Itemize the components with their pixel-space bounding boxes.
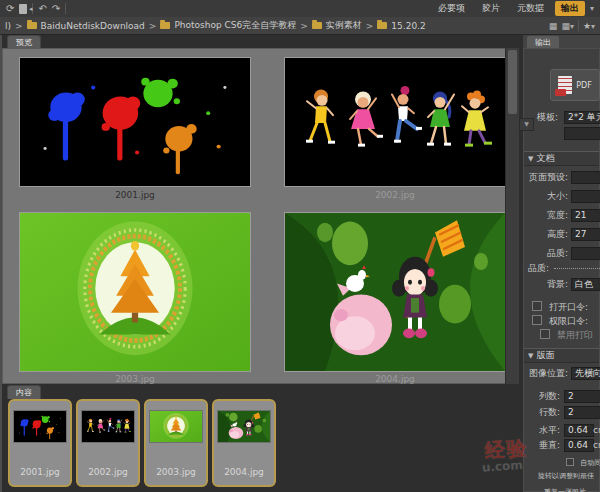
pdf-output-button[interactable]: PDF	[550, 69, 600, 101]
background-dropdown[interactable]: 白色	[571, 278, 600, 291]
preview-image-2001[interactable]	[19, 57, 251, 187]
preview-filename: 2004.jpg	[284, 374, 506, 384]
thumbnail	[149, 410, 203, 443]
horizontal-label: 水平:	[524, 424, 560, 437]
breadcrumb-separator: >	[366, 21, 374, 31]
size-dropdown[interactable]	[571, 190, 600, 203]
preview-filename: 2003.jpg	[19, 374, 251, 384]
dancers-artwork	[285, 58, 505, 186]
breadcrumb-separator: >	[15, 21, 23, 31]
width-field[interactable]: 21	[571, 209, 600, 222]
breadcrumb-right-tools: ▦ ▦▾ ★▾	[549, 20, 595, 31]
thumbnail-grid-icon[interactable]: ▦	[549, 21, 558, 31]
christmas-tree-artwork	[20, 213, 250, 371]
folder-icon	[27, 22, 37, 29]
tab-content[interactable]: 内容	[7, 385, 41, 399]
output-body: PDF 模板: 2*2 单元格 ▼文档 页面预设: 大小: 宽度:	[523, 48, 600, 492]
section-layout[interactable]: ▼版面	[524, 348, 599, 363]
disable-print-checkbox[interactable]	[540, 329, 550, 339]
columns-field[interactable]: 2	[564, 390, 600, 403]
folder-icon	[312, 22, 322, 29]
breadcrumb-item[interactable]: BaiduNetdiskDownload	[41, 21, 145, 31]
preview-image-2003[interactable]	[19, 212, 251, 372]
breadcrumb: l) > BaiduNetdiskDownload > Photoshop CS…	[0, 17, 600, 35]
boomerang-refresh-icon[interactable]: ⟳	[6, 1, 14, 17]
girl-and-pig-artwork	[285, 213, 505, 371]
quality-slider[interactable]	[554, 268, 600, 269]
star-rating-icon[interactable]: ★▾	[583, 21, 595, 31]
horizontal-field[interactable]: 0.64	[564, 424, 594, 437]
preview-filename: 2001.jpg	[19, 190, 251, 200]
quality-label: 品质:	[524, 247, 568, 260]
rotate-fit-label: 旋转以调整到最佳	[538, 472, 594, 480]
pdf-button-label: PDF	[576, 81, 592, 90]
thumbnail	[81, 410, 135, 443]
size-label: 大小:	[524, 190, 568, 203]
quality-dropdown[interactable]	[571, 247, 600, 260]
content-panel: 内容 2001.jpg 2002.jpg 2003.jpg 2004.jpg	[2, 385, 519, 492]
image-placement-label: 图像位置:	[524, 367, 568, 380]
tab-preview[interactable]: 预览	[7, 35, 41, 49]
content-filename: 2001.jpg	[20, 467, 60, 477]
template-dropdown[interactable]: 2*2 单元格	[564, 111, 600, 124]
background-label: 背景:	[524, 278, 568, 291]
section-document[interactable]: ▼文档	[524, 151, 599, 166]
splatter-artwork	[20, 58, 250, 186]
toolbar-separator	[32, 3, 33, 14]
return-to-document-icon[interactable]	[19, 4, 27, 14]
template-secondary-field[interactable]	[564, 127, 600, 140]
breadcrumb-item[interactable]: 实例素材	[326, 19, 362, 32]
content-item-2003[interactable]: 2003.jpg	[144, 399, 208, 487]
page-preset-dropdown[interactable]	[571, 171, 600, 184]
permission-password-label: 权限口令:	[549, 316, 588, 326]
undo-icon[interactable]: ↶	[38, 1, 46, 17]
height-field[interactable]: 27	[571, 228, 600, 241]
thumbnail	[13, 410, 67, 443]
repeat-photo-label: 重复一张照片	[544, 488, 586, 492]
breadcrumb-prefix: l)	[5, 21, 11, 31]
scrollbar-thumb[interactable]	[508, 50, 517, 114]
preview-image-2002[interactable]	[284, 57, 506, 187]
redo-icon[interactable]: ↷	[52, 1, 60, 17]
workspace-output[interactable]: 输出	[555, 1, 585, 16]
section-collapse-icon: ▼	[528, 155, 533, 163]
rows-field[interactable]: 2	[564, 406, 600, 419]
content-thumbnails: 2001.jpg 2002.jpg 2003.jpg 2004.jpg	[8, 399, 276, 487]
toolbar-separator	[65, 3, 66, 14]
image-placement-dropdown[interactable]: 先横向	[571, 367, 600, 380]
folder-icon	[377, 22, 387, 29]
permission-password-checkbox[interactable]	[532, 315, 542, 325]
auto-spacing-checkbox[interactable]	[566, 458, 574, 466]
thumbnail	[217, 410, 271, 443]
breadcrumb-separator: >	[149, 21, 157, 31]
workspace-essentials[interactable]: 必要项	[432, 1, 471, 16]
pdf-contact-sheet-icon	[558, 76, 572, 94]
vertical-field[interactable]: 0.64	[564, 439, 594, 452]
top-toolbar: ⟳ ↶ ↷ 必要项 胶片 元数据 输出 ▾	[0, 0, 600, 18]
width-label: 宽度:	[524, 209, 568, 222]
content-item-2002[interactable]: 2002.jpg	[76, 399, 140, 487]
bridge-window: ⟳ ↶ ↷ 必要项 胶片 元数据 输出 ▾ l) > BaiduNetdiskD…	[0, 0, 600, 492]
view-options-icon[interactable]: ▦▾	[561, 21, 574, 31]
preview-body: 2001.jpg 2002.jpg 2003.jpg 2004.jpg	[2, 48, 506, 384]
open-password-checkbox[interactable]	[532, 301, 542, 311]
section-collapse-icon: ▼	[528, 352, 533, 360]
workspace-filmstrip[interactable]: 胶片	[476, 1, 506, 16]
content-item-2004[interactable]: 2004.jpg	[212, 399, 276, 487]
preview-filename: 2002.jpg	[284, 190, 506, 200]
workspace-chevron-down-icon[interactable]: ▾	[590, 4, 594, 13]
breadcrumb-item[interactable]: Photoshop CS6完全自学教程	[174, 19, 296, 32]
quality-slider-label: 品质:	[528, 262, 554, 275]
workspace-metadata[interactable]: 元数据	[511, 1, 550, 16]
content-item-2001[interactable]: 2001.jpg	[8, 399, 72, 487]
preview-scrollbar[interactable]	[505, 48, 519, 384]
page-preset-label: 页面预设:	[524, 171, 568, 184]
rows-label: 行数:	[524, 406, 560, 419]
scrollbar-down-arrow[interactable]: ▼	[519, 118, 534, 131]
toolbar-separator	[578, 20, 579, 31]
breadcrumb-item[interactable]: 15.20.2	[391, 21, 425, 31]
content-filename: 2003.jpg	[156, 467, 196, 477]
preview-image-2004[interactable]	[284, 212, 506, 372]
tab-output[interactable]: 输出	[526, 35, 560, 49]
columns-label: 列数:	[524, 390, 560, 403]
